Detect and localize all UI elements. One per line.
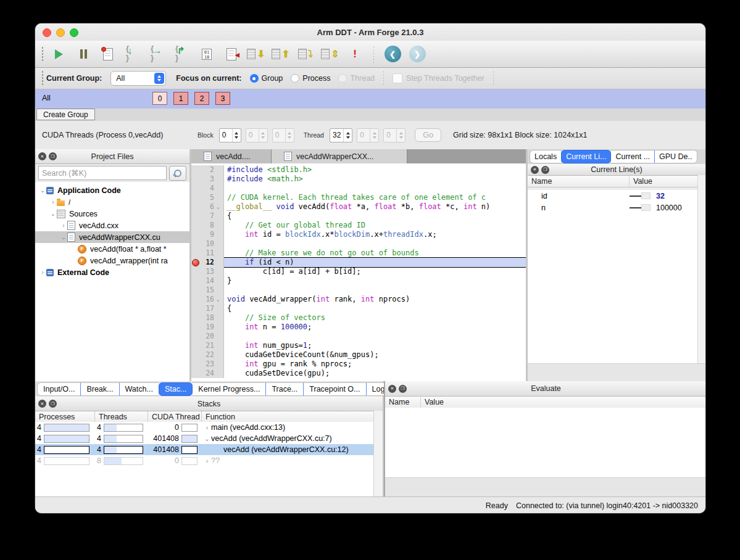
gutter[interactable]: 16⌄ [191, 295, 224, 304]
up-stack-frame-button[interactable]: ⬆ [268, 43, 293, 66]
chevron-down-icon[interactable]: ⌄ [60, 234, 67, 241]
process-box-1[interactable]: 1 [173, 92, 188, 105]
scrollbar[interactable] [697, 175, 705, 364]
code-line-18[interactable]: 18 // Size of vectors [191, 313, 526, 323]
code-line-8[interactable]: 8 // Get our global thread ID [191, 221, 526, 230]
process-box-2[interactable]: 2 [194, 92, 209, 105]
editor-tab-1[interactable]: vecAddWrapperCXX... [272, 149, 407, 163]
gutter[interactable]: 9 [191, 230, 224, 239]
tree-item-vecadd-wrapper-int-ra[interactable]: FvecAdd_wrapper(int ra [35, 255, 189, 266]
gutter[interactable]: 19 [191, 323, 224, 332]
down-stack-frame-button[interactable]: ⬇ [244, 43, 268, 66]
scrollbar[interactable] [373, 411, 383, 496]
code-line-24[interactable]: 24 cudaSetDevice(gpu); [191, 369, 526, 378]
code-line-21[interactable]: 21 int num_gpus=1; [191, 341, 526, 350]
gutter[interactable]: 14 [191, 276, 224, 286]
gutter[interactable]: 24 [191, 369, 224, 378]
stack-row-2[interactable]: 44401408vecAdd (vecAddWrapperCXX.cu:12) [35, 444, 374, 455]
gutter[interactable]: 8 [191, 221, 224, 230]
tree-item-vecaddwrappercxx-cu[interactable]: ⌄vecAddWrapperCXX.cu [35, 231, 189, 243]
step-out-button[interactable]: ↱{ } [170, 43, 194, 66]
gutter[interactable]: 5 [191, 193, 224, 202]
search-input[interactable]: Search (⌘K) [38, 166, 167, 180]
close-panel-icon[interactable]: ✕ [38, 152, 46, 160]
stack-row-0[interactable]: 440›main (vecAdd.cxx:13) [35, 422, 374, 433]
code-line-13[interactable]: 13 c[id] = a[id] + b[id]; [191, 267, 526, 276]
gutter[interactable]: 12 [191, 258, 224, 267]
editor-tab-0[interactable]: vecAdd.... [191, 149, 272, 163]
search-button[interactable] [169, 166, 186, 181]
code-line-7[interactable]: 7{ [191, 212, 526, 221]
focus-group-radio[interactable]: Group [250, 74, 283, 83]
tab-break[interactable]: Break... [80, 382, 118, 396]
code-line-23[interactable]: 23 int gpu = rank % nprocs; [191, 360, 526, 369]
fold-chevron-icon[interactable]: ⌄ [214, 202, 222, 212]
gutter[interactable]: 18 [191, 313, 224, 323]
breakpoint-icon[interactable] [192, 259, 199, 266]
tree-item-[interactable]: ›/ [35, 196, 189, 208]
close-panel-icon[interactable]: ✕ [38, 400, 46, 408]
evaluate-content[interactable] [385, 408, 705, 478]
pause-button[interactable] [71, 43, 96, 66]
tree-item-vecadd-float-a-float[interactable]: FvecAdd(float * a,float * [35, 243, 189, 255]
current-group-select[interactable]: All [110, 71, 166, 86]
code-view[interactable]: 2#include <stdlib.h>3#include <math.h>45… [191, 163, 526, 381]
gutter[interactable]: 10 [191, 239, 224, 249]
tab-input-o[interactable]: Input/O... [37, 382, 80, 396]
code-line-16[interactable]: 16⌄void vecAdd_wrapper(int rank, int npr… [191, 295, 526, 304]
detach-panel-icon[interactable]: ❐ [49, 152, 57, 160]
variable-row-id[interactable]: id32 [528, 190, 698, 202]
gutter[interactable]: 4 [191, 184, 224, 193]
gutter[interactable]: 11 [191, 249, 224, 258]
code-line-9[interactable]: 9 int id = blockIdx.x*blockDim.x+threadI… [191, 230, 526, 239]
tab-kernel-progress[interactable]: Kernel Progress... [193, 382, 265, 396]
gutter[interactable]: 23 [191, 360, 224, 369]
current-lines-column-header[interactable]: Name Value [528, 176, 705, 187]
detach-panel-icon[interactable]: ❐ [399, 385, 407, 393]
tree-item-vecadd-cxx[interactable]: ›vecAdd.cxx [35, 220, 189, 231]
code-line-20[interactable]: 20 [191, 332, 526, 341]
gutter[interactable]: 13 [191, 267, 224, 276]
tree-item-application-code[interactable]: ⌄Application Code [35, 184, 189, 196]
tab-current-li[interactable]: Current Li... [561, 150, 611, 163]
step-into-button[interactable]: ↓{ } [120, 43, 145, 66]
step-over-button[interactable]: →{ } [145, 43, 170, 66]
detach-panel-icon[interactable]: ❐ [541, 166, 549, 174]
code-line-22[interactable]: 22 cudaGetDeviceCount(&num_gpus); [191, 350, 526, 360]
chevron-right-icon[interactable]: › [203, 458, 211, 464]
evaluate-column-header[interactable]: Name Value [385, 397, 705, 408]
focus-process-radio[interactable]: Process [291, 74, 330, 83]
chevron-right-icon[interactable]: › [203, 424, 211, 431]
code-line-3[interactable]: 3#include <math.h> [191, 175, 526, 184]
variable-row-n[interactable]: n100000 [528, 202, 698, 213]
chevron-right-icon[interactable]: › [39, 269, 46, 276]
detach-panel-icon[interactable]: ❐ [49, 400, 57, 408]
create-group-button[interactable]: Create Group [36, 109, 95, 120]
code-line-4[interactable]: 4 [191, 184, 526, 193]
stack-row-1[interactable]: 44401408⌄vecAdd (vecAddWrapperCXX.cu:7) [35, 433, 374, 444]
bottom-stack-frame-button[interactable]: ⤵ [293, 43, 318, 66]
zoom-window-button[interactable] [70, 28, 78, 37]
gutter[interactable]: 3 [191, 175, 224, 184]
code-line-12[interactable]: 12 if (id < n) [191, 258, 526, 267]
gutter[interactable]: 2 [191, 165, 224, 175]
gutter[interactable]: 15 [191, 286, 224, 295]
close-window-button[interactable] [43, 28, 51, 37]
tree-item-sources[interactable]: ⌄Sources [35, 208, 189, 220]
minimize-window-button[interactable] [56, 28, 65, 37]
block-x-stepper[interactable]: 0 [219, 128, 241, 142]
add-breakpoint-button[interactable] [96, 43, 120, 66]
run-to-line-button[interactable]: ◀ [219, 43, 244, 66]
gutter[interactable]: 20 [191, 332, 224, 341]
fold-chevron-icon[interactable]: ⌄ [214, 295, 222, 304]
chevron-down-icon[interactable]: ⌄ [39, 187, 46, 194]
code-line-5[interactable]: 5// CUDA kernel. Each thread takes care … [191, 193, 526, 202]
chevron-right-icon[interactable]: › [60, 222, 67, 229]
tab-current[interactable]: Current ... [611, 150, 654, 163]
close-panel-icon[interactable]: ✕ [388, 385, 396, 393]
process-group-row[interactable]: All 0123 [35, 89, 705, 109]
chevron-right-icon[interactable]: › [49, 199, 57, 205]
process-box-0[interactable]: 0 [152, 92, 167, 105]
tab-gpu-de[interactable]: GPU De.. [654, 150, 697, 163]
code-line-10[interactable]: 10 [191, 239, 526, 249]
